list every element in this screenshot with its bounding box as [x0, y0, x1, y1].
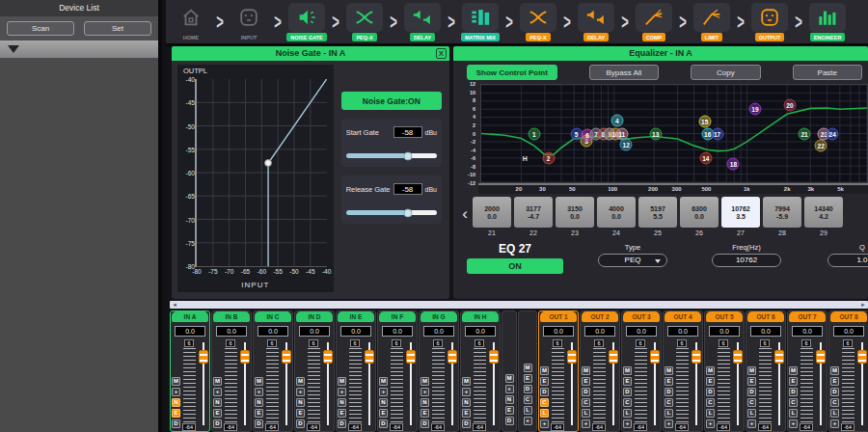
channel-button-l[interactable]: L	[830, 409, 839, 418]
master-button-d[interactable]: D	[505, 417, 514, 425]
toolbar-item-input[interactable]: INPUT	[228, 2, 270, 41]
set-button[interactable]: Set	[84, 21, 151, 36]
fader-handle[interactable]	[448, 350, 457, 364]
toolbar-item-matrix-mix[interactable]: MATRIX MIX	[459, 2, 502, 41]
channel-fader[interactable]	[566, 339, 577, 431]
toolbar-item-output[interactable]: OUTPUT	[748, 2, 791, 41]
mixer-scrollbar[interactable]: ◄ ►	[170, 301, 868, 309]
toolbar-item-delay[interactable]: DELAY	[401, 2, 444, 41]
channel-button-m[interactable]: M	[379, 377, 388, 386]
fader-handle[interactable]	[365, 350, 374, 364]
channel-button-d[interactable]: D	[830, 388, 839, 396]
channel-button-m[interactable]: M	[296, 377, 305, 386]
eq-control-point-19[interactable]: 19	[748, 103, 761, 116]
bypass-all-button[interactable]: Bypass All	[589, 65, 659, 80]
channel-fader[interactable]	[281, 339, 291, 431]
start-gate-slider[interactable]	[346, 153, 437, 158]
master-button-e[interactable]: E	[524, 374, 532, 383]
channel-button-+[interactable]: +	[462, 388, 471, 396]
channel-button-e[interactable]: E	[706, 377, 715, 386]
channel-gain-value[interactable]: 0.0	[382, 326, 413, 337]
fader-handle[interactable]	[650, 350, 660, 364]
fader-handle[interactable]	[240, 350, 250, 364]
fader-handle[interactable]	[199, 350, 208, 364]
channel-button-n[interactable]: N	[172, 398, 180, 407]
toolbar-item-noise-gate[interactable]: NOISE GATE	[285, 2, 328, 41]
eq-band-cell[interactable]: 3177-4.7	[514, 197, 553, 228]
eq-band-cell[interactable]: 143404.2	[804, 197, 843, 228]
channel-button-n[interactable]: N	[338, 398, 346, 407]
channel-button-l[interactable]: L	[623, 409, 632, 418]
eq-control-point-15[interactable]: 15	[698, 115, 711, 127]
channel-gain-value[interactable]: 0.0	[175, 326, 205, 337]
eq-type-select[interactable]: PEQ	[598, 254, 667, 267]
release-gate-slider[interactable]	[346, 210, 437, 215]
scan-button[interactable]: Scan	[7, 21, 74, 36]
start-gate-value[interactable]: -58	[393, 126, 422, 138]
channel-button-e[interactable]: E	[747, 377, 756, 386]
close-icon[interactable]: X	[436, 48, 447, 59]
channel-strip-out-5[interactable]: OUT 50.0MEDCL+6-64	[704, 310, 745, 432]
channel-button-e[interactable]: E	[462, 409, 471, 418]
channel-strip-in-b[interactable]: IN B0.0M+NED6-64	[211, 310, 252, 432]
band-scroll-left-icon[interactable]: ‹	[457, 204, 473, 224]
noise-gate-graph[interactable]: OUTPL -40-45-50-55-60-65-70-75-80-80-75-…	[177, 65, 334, 292]
channel-button-l[interactable]: L	[706, 409, 715, 418]
channel-button-+[interactable]: +	[665, 419, 673, 428]
channel-gain-value[interactable]: 0.0	[299, 326, 330, 337]
toolbar-item-delay[interactable]: DELAY	[575, 2, 617, 41]
channel-button-e[interactable]: E	[213, 409, 222, 418]
noise-gate-threshold-point[interactable]	[264, 159, 272, 167]
channel-button-c[interactable]: C	[540, 398, 549, 407]
channel-fader[interactable]	[608, 339, 618, 431]
channel-button-+[interactable]: +	[706, 419, 715, 428]
equalizer-graph[interactable]: 121086420-2-4-6-8-10-12 1234567891011121…	[455, 84, 868, 183]
channel-button-e[interactable]: E	[540, 377, 549, 386]
channel-button-m[interactable]: M	[213, 377, 222, 386]
toolbar-item-peq-x[interactable]: PEQ-X	[343, 2, 386, 41]
channel-button-m[interactable]: M	[420, 377, 429, 386]
channel-button-+[interactable]: +	[747, 419, 756, 428]
channel-button-c[interactable]: C	[747, 398, 756, 407]
channel-button-+[interactable]: +	[789, 419, 798, 428]
channel-gain-value[interactable]: 0.0	[216, 326, 247, 337]
channel-button-+[interactable]: +	[420, 388, 429, 396]
channel-fader[interactable]	[198, 339, 208, 431]
fader-handle[interactable]	[692, 350, 701, 364]
eq-control-point-4[interactable]: 4	[610, 115, 623, 127]
copy-button[interactable]: Copy	[691, 65, 760, 80]
channel-button-d[interactable]: D	[623, 388, 632, 396]
eq-control-point-20[interactable]: 20	[783, 99, 796, 112]
eq-band-25[interactable]: 51975.525	[638, 197, 677, 236]
channel-button-m[interactable]: M	[706, 366, 715, 375]
channel-button-d[interactable]: D	[540, 388, 549, 396]
channel-strip-out-1[interactable]: OUT 10.0MEDCL+6-64	[538, 310, 579, 432]
master-button-m[interactable]: M	[524, 364, 532, 372]
channel-button-e[interactable]: E	[582, 377, 590, 386]
channel-button-d[interactable]: D	[747, 388, 756, 396]
channel-fader[interactable]	[732, 339, 743, 431]
channel-button-m[interactable]: M	[830, 366, 839, 375]
channel-button-+[interactable]: +	[213, 388, 222, 396]
channel-strip-out-4[interactable]: OUT 40.0MEDCL+6-64	[663, 310, 703, 432]
scroll-left-icon[interactable]: ◄	[172, 301, 177, 309]
channel-gain-value[interactable]: 0.0	[584, 326, 615, 337]
eq-band-26[interactable]: 63000.026	[680, 197, 719, 236]
channel-button-d[interactable]: D	[255, 419, 263, 428]
channel-fader[interactable]	[364, 339, 374, 431]
eq-band-23[interactable]: 31500.023	[556, 197, 594, 236]
equalizer-plot[interactable]: 123456789101112131415161718192021222324H	[480, 84, 868, 183]
eq-control-point-22[interactable]: 22	[815, 140, 827, 152]
start-gate-slider-handle[interactable]	[403, 151, 412, 160]
eq-control-point-13[interactable]: 13	[649, 127, 662, 140]
channel-button-+[interactable]: +	[623, 419, 632, 428]
fader-handle[interactable]	[816, 350, 826, 364]
channel-button-m[interactable]: M	[665, 366, 673, 375]
eq-band-cell[interactable]: 7994-5.9	[763, 197, 801, 228]
eq-control-point-18[interactable]: 18	[727, 158, 740, 171]
eq-control-point-2[interactable]: 2	[542, 151, 555, 164]
channel-button-+[interactable]: +	[830, 419, 839, 428]
channel-button-d[interactable]: D	[379, 419, 388, 428]
channel-button-+[interactable]: +	[582, 419, 590, 428]
master-button-m[interactable]: M	[505, 374, 514, 383]
